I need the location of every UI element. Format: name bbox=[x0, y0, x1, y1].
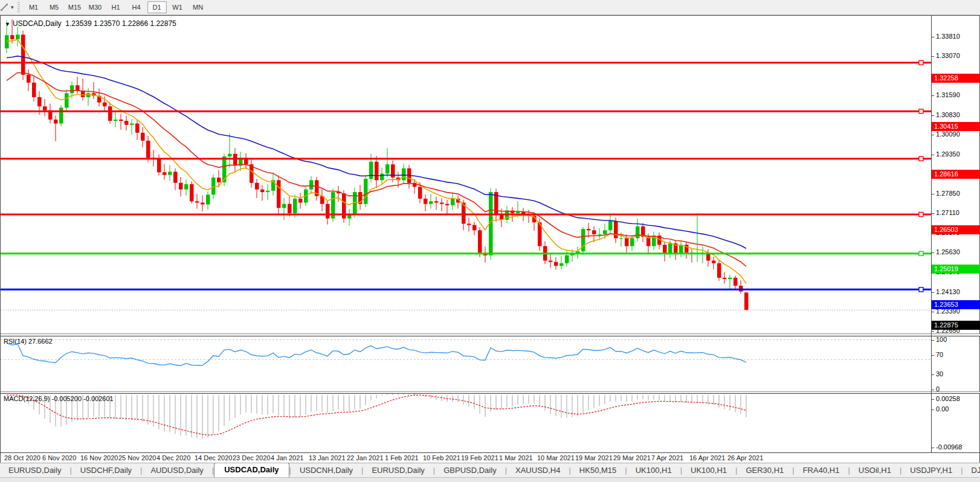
axis-tick-mark bbox=[931, 194, 934, 194]
date-label: 25 Nov 2020 bbox=[118, 454, 156, 461]
macd-signal-line bbox=[7, 395, 746, 435]
macd-histogram bbox=[7, 394, 746, 439]
level-handle bbox=[919, 60, 923, 65]
symbol-tab-bar: EURUSD,Daily|USDCHF,Daily|AUDUSD,Daily|U… bbox=[0, 463, 980, 477]
timeframe-toolbar: ▾ M1M5M15M30H1H4D1W1MN bbox=[0, 0, 980, 15]
mt4-terminal: ▾ M1M5M15M30H1H4D1W1MN ▼USDCAD,Daily 1.2… bbox=[0, 0, 980, 482]
price-tick-label: 1.25630 bbox=[936, 248, 960, 255]
date-label: 19 Feb 2021 bbox=[461, 454, 498, 461]
axis-tick-mark bbox=[931, 331, 934, 332]
price-chart-canvas[interactable] bbox=[1, 18, 931, 333]
timeframe-button-mn[interactable]: MN bbox=[189, 1, 208, 13]
price-tick-label: 1.30830 bbox=[936, 111, 960, 118]
axis-tick-mark bbox=[931, 399, 934, 400]
date-label: 26 Apr 2021 bbox=[727, 454, 763, 461]
window-bottom-strip bbox=[0, 477, 980, 482]
level-price-badge: 1.32258 bbox=[932, 74, 980, 83]
rsi-line bbox=[7, 343, 746, 365]
symbol-tab-usoil-h1[interactable]: USOil,H1 bbox=[850, 464, 900, 477]
date-label: 10 Mar 2021 bbox=[537, 454, 575, 461]
symbol-tab-audusd-daily[interactable]: AUDUSD,Daily bbox=[142, 464, 211, 477]
chart-window[interactable]: ▼USDCAD,Daily 1.23539 1.23570 1.22866 1.… bbox=[0, 15, 980, 463]
date-label: 23 Dec 2020 bbox=[233, 454, 270, 461]
date-label: 19 Mar 2021 bbox=[575, 454, 613, 461]
level-price-badge: 1.25019 bbox=[932, 265, 980, 274]
axis-tick-mark bbox=[931, 252, 934, 253]
level-price-badge: 1.23653 bbox=[932, 300, 980, 309]
rsi-label: RSI(14) 27.6662 bbox=[4, 338, 53, 345]
horizontal-level-lines[interactable] bbox=[1, 60, 931, 292]
axis-tick-mark bbox=[931, 312, 934, 312]
price-tick-label: 1.33070 bbox=[936, 52, 960, 59]
price-tick-label: 1.29350 bbox=[936, 150, 960, 158]
current-price-badge: 1.22875 bbox=[932, 321, 980, 330]
level-handle bbox=[919, 156, 923, 161]
axis-tick-mark bbox=[931, 135, 934, 135]
level-handle bbox=[919, 212, 923, 216]
level-handle bbox=[919, 288, 923, 292]
symbol-tab-usdchf-daily[interactable]: USDCHF,Daily bbox=[72, 464, 140, 477]
symbol-tab-usdcnh-daily[interactable]: USDCNH,Daily bbox=[291, 464, 361, 477]
timeframe-buttons: M1M5M15M30H1H4D1W1MN bbox=[24, 1, 208, 13]
symbol-tab-ger30-h1[interactable]: GER30,H1 bbox=[737, 464, 792, 477]
axis-tick-mark bbox=[931, 374, 934, 375]
macd-tick-label: 0.00258 bbox=[936, 395, 960, 402]
macd-panel-canvas[interactable] bbox=[1, 394, 931, 452]
cursor-tool-icon[interactable] bbox=[0, 2, 11, 12]
axis-tick-mark bbox=[931, 56, 934, 57]
timeframe-button-d1[interactable]: D1 bbox=[147, 1, 167, 13]
date-label: 4 Dec 2020 bbox=[156, 454, 190, 461]
rsi-tick-label: 100 bbox=[936, 336, 947, 343]
timeframe-button-m5[interactable]: M5 bbox=[45, 1, 64, 13]
date-label: 1 Mar 2021 bbox=[499, 454, 533, 461]
ma-slow-line bbox=[7, 56, 746, 248]
symbol-tab-uk100-h1[interactable]: UK100,H1 bbox=[627, 464, 680, 477]
symbol-tab-eurusd-daily[interactable]: EURUSD,Daily bbox=[0, 464, 69, 477]
level-handle bbox=[919, 109, 923, 114]
tool-dropdown-icon[interactable]: ▾ bbox=[11, 4, 14, 10]
symbol-tab-xauusd-h4[interactable]: XAUUSD,H4 bbox=[507, 464, 569, 477]
timeframe-button-m15[interactable]: M15 bbox=[65, 1, 85, 13]
axis-tick-mark bbox=[931, 292, 934, 293]
date-label: 28 Oct 2020 bbox=[4, 454, 40, 461]
date-label: 13 Jan 2021 bbox=[309, 454, 346, 461]
chart-symbol-period: USDCAD,Daily bbox=[13, 19, 62, 28]
timeframe-button-h4[interactable]: H4 bbox=[127, 1, 146, 13]
date-label: 14 Dec 2020 bbox=[195, 454, 232, 461]
symbol-tab-usdjpy-h1[interactable]: USDJPY,H1 bbox=[901, 464, 961, 477]
symbol-tab-dj30-weekly[interactable]: DJ30,Weekly bbox=[963, 464, 980, 477]
axis-tick-mark bbox=[931, 155, 934, 155]
rsi-panel-canvas[interactable] bbox=[1, 336, 931, 391]
date-label: 16 Apr 2021 bbox=[689, 454, 725, 461]
axis-tick-mark bbox=[931, 355, 934, 356]
chart-ohlc-values: 1.23539 1.23570 1.22866 1.22875 bbox=[65, 19, 176, 28]
symbol-tab-uk100-h1[interactable]: UK100,H1 bbox=[682, 464, 735, 477]
timeframe-button-m30[interactable]: M30 bbox=[86, 1, 105, 13]
level-price-badge: 1.30415 bbox=[932, 122, 980, 131]
price-tick-label: 1.24130 bbox=[936, 288, 960, 295]
chart-menu-icon: ▼ bbox=[5, 21, 10, 27]
axis-tick-mark bbox=[931, 95, 934, 96]
timeframe-button-h1[interactable]: H1 bbox=[106, 1, 126, 13]
symbol-tab-gbpusd-daily[interactable]: GBPUSD,Daily bbox=[435, 464, 505, 477]
price-tick-label: 1.30090 bbox=[936, 130, 960, 138]
axis-tick-mark bbox=[931, 213, 934, 214]
date-label: 16 Nov 2020 bbox=[80, 454, 118, 461]
symbol-tab-hk50-m15[interactable]: HK50,M15 bbox=[571, 464, 625, 477]
macd-label: MACD(12,26,9) -0.005200 -0.002601 bbox=[4, 395, 114, 402]
axis-tick-mark bbox=[931, 37, 934, 37]
date-label: 29 Mar 2021 bbox=[613, 454, 651, 461]
timeframe-button-w1[interactable]: W1 bbox=[168, 1, 187, 13]
date-label: 22 Jan 2021 bbox=[347, 454, 384, 461]
symbol-tab-fra40-h1[interactable]: FRA40,H1 bbox=[795, 464, 848, 477]
toolbar-grip[interactable] bbox=[18, 2, 20, 12]
axis-tick-mark bbox=[931, 448, 934, 448]
symbol-tab-eurusd-daily[interactable]: EURUSD,Daily bbox=[363, 464, 433, 477]
price-tick-label: 1.27110 bbox=[936, 209, 959, 216]
chart-title: ▼USDCAD,Daily 1.23539 1.23570 1.22866 1.… bbox=[5, 19, 176, 28]
date-label: 4 Jan 2021 bbox=[271, 454, 303, 461]
price-tick-label: 1.33810 bbox=[936, 33, 960, 40]
symbol-tab-usdcad-daily[interactable]: USDCAD,Daily bbox=[214, 463, 289, 477]
timeframe-button-m1[interactable]: M1 bbox=[24, 1, 44, 13]
axis-tick-mark bbox=[931, 390, 934, 390]
